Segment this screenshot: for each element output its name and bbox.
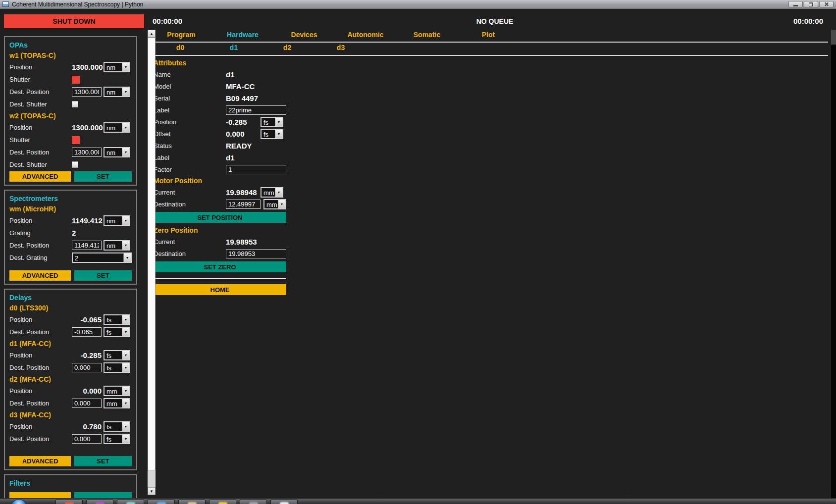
filters-title: Filters [9, 478, 132, 488]
dest-position-input[interactable] [72, 148, 102, 157]
chevron-down-icon[interactable]: ▼ [122, 363, 129, 372]
chevron-down-icon[interactable]: ▼ [275, 118, 282, 126]
dest-position-input[interactable] [72, 363, 102, 372]
taskbar-app-button[interactable] [55, 500, 83, 504]
set-zero-button[interactable]: SET ZERO [154, 261, 286, 272]
tab-plot[interactable]: Plot [458, 31, 519, 39]
chevron-down-icon[interactable]: ▼ [122, 435, 129, 443]
close-button[interactable] [819, 1, 834, 7]
delays-title: Delays [9, 293, 132, 302]
taskbar-app-button[interactable] [86, 500, 113, 504]
position-unit-select[interactable]: nm ▼ [104, 215, 130, 226]
advanced-button[interactable]: ADVANCED [9, 270, 71, 281]
destination-input[interactable] [226, 200, 261, 209]
chevron-down-icon[interactable]: ▼ [275, 188, 282, 197]
sidebar-scrollbar[interactable]: ▲ ▼ [148, 30, 156, 495]
destination-unit-select[interactable]: mm ▼ [263, 199, 286, 209]
taskbar[interactable] [0, 498, 836, 504]
dest-position-unit-select[interactable]: nm ▼ [104, 87, 130, 97]
taskbar-app-button[interactable] [148, 500, 175, 504]
position-unit-select[interactable]: fs ▼ [104, 314, 130, 325]
tab-devices[interactable]: Devices [273, 31, 335, 39]
chevron-down-icon[interactable]: ▼ [122, 123, 129, 132]
dest-position-input[interactable] [72, 87, 102, 97]
chevron-down-icon[interactable]: ▼ [278, 200, 285, 208]
position-unit-select[interactable]: fs ▼ [261, 117, 283, 127]
set-button[interactable]: SET [74, 171, 132, 182]
offset-unit-select[interactable]: fs ▼ [261, 129, 283, 139]
taskbar-app-button[interactable] [270, 500, 298, 504]
tab-hardware[interactable]: Hardware [212, 31, 273, 39]
device-tab-bar: d0 d1 d2 d3 [154, 44, 367, 51]
tab-somatic[interactable]: Somatic [396, 31, 458, 39]
dest-position-input[interactable] [72, 399, 102, 408]
dest-shutter-checkbox[interactable] [72, 101, 78, 107]
minimize-button[interactable] [788, 1, 803, 7]
dest-position-unit-select[interactable]: fs ▼ [104, 434, 130, 444]
restore-button[interactable] [804, 1, 818, 7]
taskbar-app-button[interactable] [209, 500, 236, 504]
position-unit-select[interactable]: fs ▼ [104, 421, 130, 432]
scroll-down-icon[interactable]: ▼ [148, 487, 156, 495]
chevron-down-icon[interactable]: ▼ [123, 253, 131, 262]
unit-value: nm [104, 216, 122, 225]
chevron-down-icon[interactable]: ▼ [122, 88, 129, 96]
label-input[interactable] [226, 105, 286, 115]
dest-position-unit-select[interactable]: mm ▼ [104, 398, 130, 408]
position-unit-select[interactable]: nm ▼ [104, 122, 130, 133]
taskbar-app-button[interactable] [240, 500, 267, 504]
chevron-down-icon[interactable]: ▼ [122, 148, 129, 156]
tab-d2[interactable]: d2 [261, 44, 314, 51]
chevron-down-icon[interactable]: ▼ [122, 241, 129, 250]
start-button[interactable] [11, 499, 27, 504]
shutter-indicator[interactable] [72, 136, 80, 144]
taskbar-app-button[interactable] [178, 500, 206, 504]
dest-position-input[interactable] [72, 327, 102, 337]
set-position-button[interactable]: SET POSITION [154, 212, 286, 223]
chevron-down-icon[interactable]: ▼ [122, 315, 129, 324]
set-button[interactable]: SET [74, 456, 132, 466]
tab-d1[interactable]: d1 [207, 44, 261, 51]
position-unit-select[interactable]: fs ▼ [104, 350, 130, 360]
d2-dest-position-row: Dest. Position mm ▼ [9, 397, 132, 409]
dest-position-unit-select[interactable]: nm ▼ [104, 147, 130, 157]
scrollbar-thumb[interactable] [148, 38, 156, 470]
zero-destination-input[interactable] [226, 249, 286, 258]
scroll-up-icon[interactable]: ▲ [148, 30, 156, 38]
home-button[interactable]: HOME [154, 284, 286, 295]
title-bar[interactable]: Coherent Multidimensional Spectroscopy |… [0, 0, 836, 9]
dest-position-input[interactable] [72, 241, 102, 250]
chevron-down-icon[interactable]: ▼ [122, 351, 129, 359]
dest-position-label: Dest. Position [9, 88, 72, 96]
chevron-down-icon[interactable]: ▼ [122, 422, 129, 431]
chevron-down-icon[interactable]: ▼ [122, 399, 129, 407]
dest-position-unit-select[interactable]: nm ▼ [104, 240, 130, 251]
w2-dest-position-row: Dest. Position nm ▼ [9, 146, 132, 158]
dest-position-unit-select[interactable]: fs ▼ [104, 362, 130, 373]
dest-position-input[interactable] [72, 434, 102, 444]
taskbar-app-button[interactable] [117, 500, 144, 504]
advanced-button[interactable]: ADVANCED [9, 171, 71, 182]
chevron-down-icon[interactable]: ▼ [122, 387, 129, 395]
tab-d3[interactable]: d3 [314, 44, 367, 51]
factor-input[interactable] [226, 165, 286, 174]
advanced-button[interactable]: ADVANCED [9, 456, 71, 466]
tab-d0[interactable]: d0 [154, 44, 207, 51]
opas-panel: OPAs w1 (TOPAS-C) Position 1300.000 nm ▼… [4, 36, 137, 186]
tab-program[interactable]: Program [151, 31, 212, 39]
dest-grating-select[interactable]: 2 ▼ [72, 252, 132, 263]
dest-shutter-checkbox[interactable] [72, 161, 78, 168]
chevron-down-icon[interactable]: ▼ [122, 216, 129, 225]
position-unit-select[interactable]: mm ▼ [104, 386, 130, 396]
tab-autonomic[interactable]: Autonomic [335, 31, 396, 39]
set-button[interactable]: SET [74, 270, 132, 281]
position-unit-select[interactable]: nm ▼ [104, 62, 130, 72]
dest-position-unit-select[interactable]: fs ▼ [104, 327, 130, 337]
shutter-indicator[interactable] [72, 76, 80, 84]
chevron-down-icon[interactable]: ▼ [122, 328, 129, 336]
current-unit-select[interactable]: mm ▼ [261, 187, 283, 198]
chevron-down-icon[interactable]: ▼ [275, 130, 282, 138]
chevron-down-icon[interactable]: ▼ [122, 63, 129, 71]
position-label: Position [9, 124, 72, 131]
shutdown-button[interactable]: SHUT DOWN [4, 14, 144, 28]
